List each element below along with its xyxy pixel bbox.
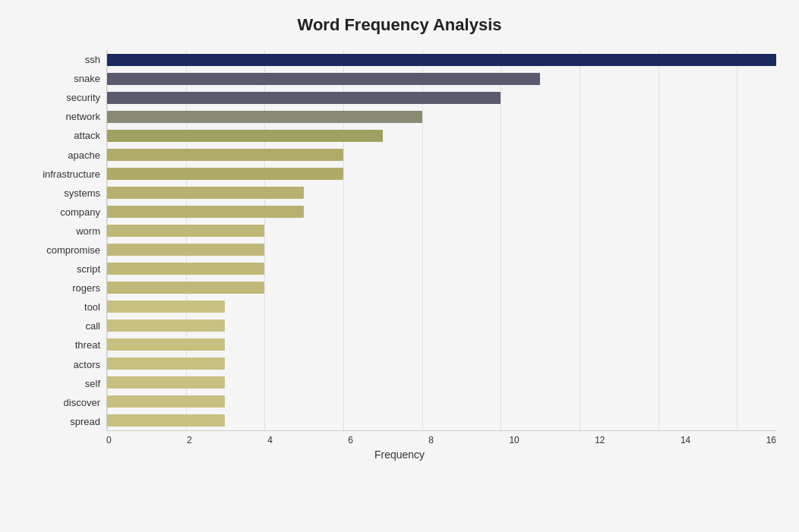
bar-systems — [107, 187, 304, 199]
bars-section: sshsnakesecuritynetworkattackapacheinfra… — [23, 50, 776, 431]
x-tick-0: 0 — [106, 435, 112, 445]
y-label-attack: attack — [74, 131, 100, 140]
bar-row-self — [107, 373, 776, 392]
y-label-snake: snake — [74, 74, 100, 83]
y-label-compromise: compromise — [46, 245, 100, 255]
bar-row-compromise — [107, 240, 776, 259]
bar-row-call — [107, 316, 776, 335]
bar-row-script — [107, 260, 776, 279]
y-label-self: self — [85, 379, 100, 389]
bar-compromise — [107, 244, 264, 256]
x-tick-8: 8 — [428, 435, 434, 445]
bar-attack — [107, 130, 383, 142]
chart-title: Word Frequency Analysis — [23, 15, 776, 35]
y-label-systems: systems — [64, 188, 100, 198]
chart-container: Word Frequency Analysis sshsnakesecurity… — [0, 0, 799, 532]
bar-row-actors — [107, 354, 776, 373]
bar-apache — [107, 149, 343, 161]
x-tick-2: 2 — [187, 435, 192, 445]
bar-row-company — [107, 202, 776, 221]
y-label-company: company — [60, 207, 100, 217]
bar-row-attack — [107, 126, 776, 145]
bar-script — [107, 263, 264, 275]
y-label-ssh: ssh — [85, 55, 100, 65]
y-label-threat: threat — [75, 340, 100, 350]
bar-row-network — [107, 107, 776, 126]
x-tick-4: 4 — [267, 435, 273, 445]
bar-row-tool — [107, 297, 776, 316]
x-axis-section: 0246810121416 — [23, 435, 776, 445]
bar-network — [107, 111, 422, 123]
chart-area: sshsnakesecuritynetworkattackapacheinfra… — [23, 50, 776, 461]
bar-rogers — [107, 282, 264, 294]
x-tick-6: 6 — [348, 435, 353, 445]
y-label-script: script — [77, 264, 100, 274]
bars-and-grid — [106, 50, 776, 431]
y-label-security: security — [66, 93, 100, 102]
y-labels: sshsnakesecuritynetworkattackapacheinfra… — [23, 50, 106, 431]
y-label-network: network — [65, 112, 100, 121]
bar-self — [107, 376, 225, 389]
x-tick-10: 10 — [509, 435, 519, 445]
bar-snake — [107, 73, 540, 85]
bar-infrastructure — [107, 168, 343, 180]
y-label-discover: discover — [64, 398, 100, 408]
bar-ssh — [107, 54, 776, 66]
bar-row-systems — [107, 183, 776, 202]
bar-threat — [107, 338, 225, 351]
y-label-infrastructure: infrastructure — [43, 169, 100, 179]
bar-worm — [107, 225, 264, 237]
bar-row-apache — [107, 145, 776, 164]
x-tick-14: 14 — [681, 435, 690, 445]
y-label-spread: spread — [70, 417, 100, 427]
y-label-actors: actors — [74, 360, 100, 370]
bar-row-security — [107, 88, 776, 107]
bar-row-spread — [107, 411, 776, 430]
bar-company — [107, 206, 304, 218]
bar-row-infrastructure — [107, 164, 776, 183]
bar-actors — [107, 357, 225, 370]
bar-spread — [107, 414, 225, 427]
y-label-call: call — [85, 321, 100, 331]
y-label-apache: apache — [68, 150, 100, 160]
bar-row-discover — [107, 392, 776, 411]
bar-row-snake — [107, 69, 776, 88]
bar-call — [107, 320, 225, 332]
x-axis-spacer — [23, 435, 106, 445]
x-tick-16: 16 — [766, 435, 776, 445]
y-label-rogers: rogers — [72, 283, 100, 293]
y-label-tool: tool — [84, 302, 100, 312]
y-label-worm: worm — [76, 226, 100, 236]
bar-row-threat — [107, 335, 776, 354]
x-axis-labels: 0246810121416 — [106, 435, 776, 445]
x-tick-12: 12 — [595, 435, 605, 445]
bar-security — [107, 92, 501, 104]
bar-discover — [107, 395, 225, 408]
bar-tool — [107, 301, 225, 313]
bar-row-rogers — [107, 279, 776, 297]
bar-row-ssh — [107, 50, 776, 69]
x-axis-title: Frequency — [23, 449, 776, 461]
bars-wrapper — [107, 50, 776, 430]
bar-row-worm — [107, 221, 776, 240]
